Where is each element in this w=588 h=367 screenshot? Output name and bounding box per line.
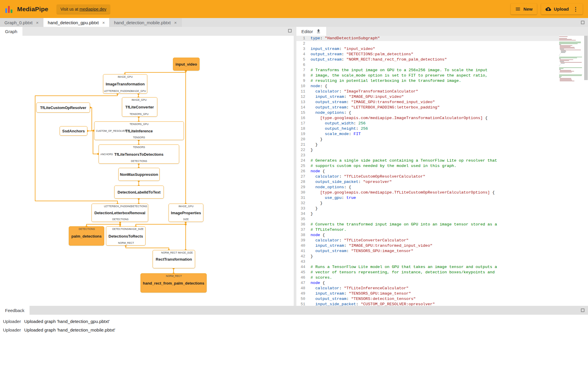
code-line[interactable]: 16 [type.googleapis.com/mediapipe.ImageT… [296,116,559,121]
close-icon[interactable]: × [36,20,39,25]
graph-node-input_video[interactable]: input_video [173,58,200,71]
code-line[interactable]: 40 input_stream: "IMAGE_GPU:transformed_… [296,243,559,249]
visit-chip[interactable]: Visit us at mediapipe.dev [57,4,110,14]
code-line[interactable]: 37# TfLiteTensor. [296,227,559,233]
graph-node-DetectionsToRects[interactable]: DetectionsToRectsDETECTIONSIMAGE_SIZENOR… [106,226,146,246]
code-line[interactable]: 36# Converts the transformed input image… [296,222,559,227]
line-number: 2 [296,41,311,46]
code-line[interactable]: 15 node_options: { [296,110,559,116]
code-line[interactable]: 18 output_height: 256 [296,126,559,131]
graph-node-RectTransformation[interactable]: RectTransformationNORM_RECTIMAGE_SIZE [153,250,195,268]
graph-node-TfLiteTensorsToDetections[interactable]: TfLiteTensorsToDetectionsTENSORSDETECTIO… [99,144,179,164]
new-button[interactable]: New [511,4,537,14]
code-line[interactable]: 8# image, the scale_mode option is set t… [296,73,559,78]
tab-editor[interactable]: Editor [296,27,326,36]
code-line[interactable]: 46# scores. [296,275,559,280]
code-line[interactable]: 48 calculator: "TfLiteInferenceCalculato… [296,286,559,291]
code-line[interactable]: 23 [296,153,559,158]
code-line[interactable]: 51 input_side_packet: "CUSTOM_OP_RESOLVE… [296,302,559,306]
tab-file-hand-detection-mobile[interactable]: hand_detection_mobile.pbtxt × [110,18,182,27]
code-text: type: "HandDetectionSubgraph" [311,36,380,41]
code-line[interactable]: 31 use_gpu: true [296,195,559,201]
graph-node-DetectionLetterboxRemoval[interactable]: DetectionLetterboxRemovalLETTERBOX_PADDI… [92,204,148,222]
code-line[interactable]: 50 output_stream: "TENSORS:detection_ten… [296,296,559,302]
close-icon[interactable]: × [174,20,177,25]
port-label-image_size: IMAGE_SIZE [178,251,193,254]
graph-node-SsdAnchors[interactable]: SsdAnchors [60,126,87,136]
mediapipe-dev-link[interactable]: mediapipe.dev [79,7,106,12]
graph-node-NonMaxSuppression[interactable]: NonMaxSuppression [118,168,160,181]
tab-label: Graph_0.pbtxt [4,20,32,25]
code-line[interactable]: 25# supports custom ops needed by the mo… [296,163,559,169]
code-line[interactable]: 28 output_side_packet: "opresolver" [296,179,559,185]
graph-node-TfLiteConverter[interactable]: TfLiteConverterIMAGE_GPUTENSORS_GPU [122,97,157,117]
code-line[interactable]: 19 scale_mode: FIT [296,131,559,137]
code-line[interactable]: 29 node_options: { [296,185,559,190]
graph-node-ImageProperties[interactable]: ImagePropertiesIMAGE_GPUSIZE [169,204,203,222]
graph-node-label: TfLiteInference [125,129,153,133]
graph-expand-icon[interactable] [288,29,292,33]
upload-button[interactable]: Upload ⋮ [541,4,583,14]
port-label-image_gpu: IMAGE_GPU [131,90,146,92]
feedback-expand-icon[interactable] [581,308,584,312]
more-options-icon[interactable]: ⋮ [571,6,578,12]
code-line[interactable]: 11 calculator: "ImageTransformationCalcu… [296,89,559,94]
code-line[interactable]: 49 input_stream: "TENSORS_GPU:image_tens… [296,291,559,296]
code-line[interactable]: 12 input_stream: "IMAGE_GPU:input_video" [296,94,559,100]
code-line[interactable]: 35 [296,217,559,222]
code-line[interactable]: 10node: { [296,84,559,89]
code-line[interactable]: 42} [296,254,559,259]
code-line[interactable]: 44# Runs a TensorFlow Lite model on GPU … [296,264,559,270]
code-line[interactable]: 45# vector of tensors representing, for … [296,270,559,275]
code-line[interactable]: 7# Transforms the input image on GPU to … [296,68,559,73]
graph-edge [90,108,94,131]
close-icon[interactable]: × [102,20,105,25]
scrollbar-thumb[interactable] [584,36,588,80]
minimap[interactable] [559,36,584,82]
code-line[interactable]: 2 [296,41,559,46]
tab-graph-view[interactable]: Graph [0,27,22,36]
code-line[interactable]: 26node { [296,169,559,174]
editor-scrollbar[interactable] [584,36,588,306]
code-line[interactable]: 39 calculator: "TfLiteConverterCalculato… [296,238,559,243]
code-line[interactable]: 47node { [296,280,559,286]
tab-file-graph-0[interactable]: Graph_0.pbtxt × [0,18,43,27]
code-line[interactable]: 30 [type.googleapis.com/mediapipe.TfLite… [296,190,559,195]
code-line[interactable]: 33 } [296,206,559,211]
port-label-image_gpu: IMAGE_GPU [132,98,147,101]
graph-node-TfLiteCustomOpResolver[interactable]: TfLiteCustomOpResolver [36,103,90,113]
code-line[interactable]: 1type: "HandDetectionSubgraph" [296,36,559,41]
code-line[interactable]: 24# Generates a single side packet conta… [296,158,559,163]
code-line[interactable]: 6 [296,62,559,68]
graph-canvas[interactable]: input_videoImageTransformationIMAGE_GPUL… [0,36,294,306]
code-line[interactable]: 27 calculator: "TfLiteCustomOpResolverCa… [296,174,559,179]
graph-node-palm_detections[interactable]: palm_detectionsDETECTIONS [69,226,104,246]
code-line[interactable]: 14 output_stream: "LETTERBOX_PADDING:let… [296,105,559,110]
code-line[interactable]: 20 } [296,137,559,142]
editor-expand-icon[interactable] [581,21,584,24]
code-line[interactable]: 9# resulting in potential letterboxing i… [296,78,559,84]
graph-node-ImageTransformation[interactable]: ImageTransformationIMAGE_GPULETTERBOX_PA… [103,74,147,94]
code-line[interactable]: 22} [296,147,559,153]
feedback-row: Uploader Uploaded graph 'hand_detection_… [0,317,588,326]
code-line[interactable]: 4output_stream: "DETECTIONS:palm_detecti… [296,52,559,57]
tab-file-hand-detection-gpu[interactable]: hand_detection_gpu.pbtxt × [43,18,110,27]
code-editor[interactable]: 1type: "HandDetectionSubgraph"23input_st… [296,36,588,306]
graph-node-TfLiteInference[interactable]: TfLiteInferenceTENSORS_GPUTENSORSCUSTOM_… [94,121,184,140]
code-line[interactable]: 34} [296,211,559,217]
code-line[interactable]: 21 } [296,142,559,147]
graph-node-hand_rect_from_palm_detections[interactable]: hand_rect_from_palm_detectionsNORM_RECT [141,273,207,293]
code-line[interactable]: 32 } [296,201,559,206]
code-line[interactable]: 41 output_stream: "TENSORS_GPU:image_ten… [296,249,559,254]
code-text: } [311,137,323,142]
graph-node-DetectionLabelIdToText[interactable]: DetectionLabelIdToText [114,186,164,199]
tab-feedback[interactable]: Feedback [0,306,30,315]
code-line[interactable]: 17 output_width: 256 [296,121,559,126]
download-icon[interactable] [316,29,321,34]
code-line[interactable]: 38node { [296,233,559,238]
port-label-norm_rect: NORM_RECT [118,241,134,244]
code-line[interactable]: 3input_stream: "input_video" [296,46,559,52]
code-line[interactable]: 5output_stream: "NORM_RECT:hand_rect_fro… [296,57,559,62]
code-line[interactable]: 13 output_stream: "IMAGE_GPU:transformed… [296,100,559,105]
code-line[interactable]: 43 [296,259,559,264]
